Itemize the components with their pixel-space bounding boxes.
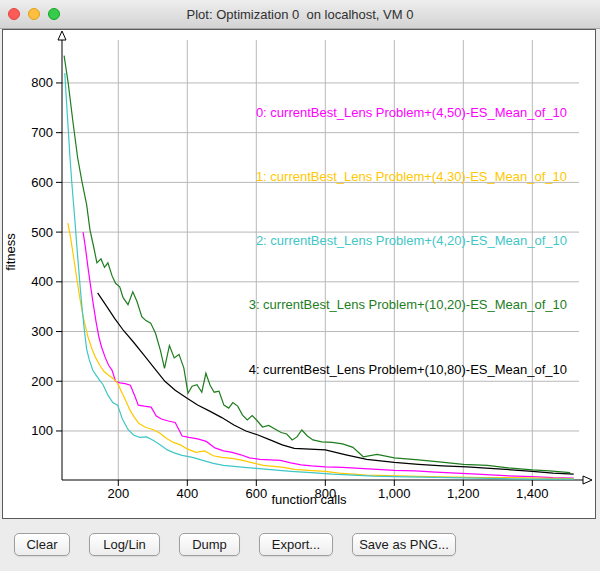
x-axis-label: function calls [271,492,347,507]
close-button[interactable] [8,8,20,20]
clear-button[interactable]: Clear [14,533,70,556]
y-axis-arrow-icon [58,31,66,40]
title-bar: Plot: Optimization 0 on localhost, VM 0 [0,0,600,29]
x-tick-label: 600 [245,486,267,501]
window-controls [8,8,60,20]
window-title: Plot: Optimization 0 on localhost, VM 0 [187,7,414,22]
legend-entry-2: 2: currentBest_Lens Problem+(4,20)-ES_Me… [249,230,567,251]
y-tick-label: 200 [31,374,53,389]
y-tick-label: 800 [31,75,53,90]
plot-panel: 2004006008001,0001,2001,4001002003004005… [2,29,596,519]
y-tick-label: 100 [31,423,53,438]
x-tick-label: 1,000 [378,486,411,501]
y-tick-label: 700 [31,125,53,140]
save-as-png-button[interactable]: Save as PNG... [352,533,456,556]
x-axis-arrow-icon [583,476,592,484]
legend-entry-0: 0: currentBest_Lens Problem+(4,50)-ES_Me… [249,102,567,123]
y-axis-label: fitness [3,233,18,271]
button-bar: Clear Log/Lin Dump Export... Save as PNG… [0,519,600,571]
y-tick-label: 300 [31,324,53,339]
x-tick-label: 400 [176,486,198,501]
zoom-button[interactable] [48,8,60,20]
x-tick-label: 1,200 [447,486,480,501]
y-tick-label: 500 [31,225,53,240]
export-button[interactable]: Export... [259,533,333,556]
y-tick-label: 400 [31,274,53,289]
legend-entry-1: 1: currentBest_Lens Problem+(4,30)-ES_Me… [249,166,567,187]
minimize-button[interactable] [28,8,40,20]
legend-entry-4: 4: currentBest_Lens Problem+(10,80)-ES_M… [249,359,567,380]
y-tick-label: 600 [31,175,53,190]
x-tick-label: 200 [107,486,129,501]
legend-entry-3: 3: currentBest_Lens Problem+(10,20)-ES_M… [249,294,567,315]
legend: 0: currentBest_Lens Problem+(4,50)-ES_Me… [249,59,567,423]
x-tick-label: 1,400 [516,486,549,501]
log-lin-button[interactable]: Log/Lin [89,533,160,556]
dump-button[interactable]: Dump [179,533,240,556]
